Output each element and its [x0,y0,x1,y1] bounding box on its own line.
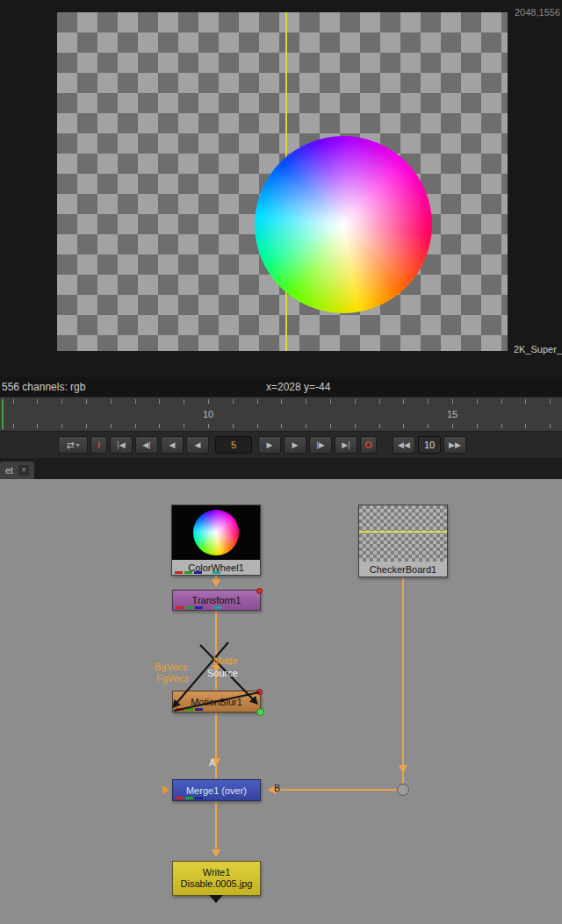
ruler-tick [257,399,258,404]
ruler-tick [428,399,429,404]
node-file-label: Disable.0005.jpg [181,878,253,890]
ruler-tick [86,399,87,404]
ruler-tick [13,399,14,404]
frame-tick-label: 15 [447,409,458,419]
ruler-tick [330,424,331,428]
node-transform1[interactable]: Transform1 [172,590,261,611]
out-point-button[interactable]: O [360,436,377,454]
frame-tick-label: 10 [203,409,213,419]
node-graph[interactable]: ColorWheel1 CheckerBoard1 Transform1 Mot… [0,479,562,924]
current-frame-field[interactable]: 5 [215,436,252,454]
ruler-tick [355,399,356,404]
channel-stripe-blue [195,606,203,609]
next-keyframe-button[interactable]: |▶ [309,436,332,454]
prev-keyframe-button[interactable]: ◀| [135,436,158,454]
channel-stripe-blue [194,571,202,574]
ruler-tick [477,424,478,428]
frame-increment-button[interactable]: ▶▶ [443,436,466,454]
ruler-tick [233,399,234,404]
ruler-tick [61,424,62,428]
ruler-tick [501,424,502,428]
wire-elbow-dot[interactable] [397,784,409,796]
node-motionblur1[interactable]: MotionBlur1 [172,691,261,713]
cursor-coords-label: x=2028 y=-44 [266,381,330,393]
channel-stripe-extra [213,571,220,574]
ruler-tick [501,399,502,404]
channel-stripe-red [176,708,184,711]
node-merge1[interactable]: Merge1 (over) [172,779,261,801]
node-label: Write1 [203,867,231,878]
ruler-tick [525,424,526,428]
ruler-tick [550,424,551,428]
node-colorwheel1[interactable]: ColorWheel1 [171,505,261,576]
play-backward-button[interactable]: ◀ [186,436,209,454]
ruler-tick [379,399,380,404]
ruler-tick [281,424,282,428]
play-forward-button[interactable]: ▶ [258,436,281,454]
ruler-tick [525,399,526,404]
ruler-tick [452,399,453,404]
playback-mode-button[interactable]: ⇄ ▾ [58,436,88,454]
ruler-tick [355,424,356,428]
channel-stripe-red [175,571,183,574]
step-back-button[interactable]: ◀ [161,436,184,454]
node-label: MotionBlur1 [191,697,242,707]
goto-end-button[interactable]: ▶| [335,436,357,454]
error-dot [256,588,263,594]
playhead-marker[interactable] [2,399,4,429]
node-label-bar: ColorWheel1 [172,560,260,575]
ruler-tick [306,424,306,428]
ruler-tick [111,399,112,404]
goto-start-button[interactable]: |◀ [110,436,133,454]
thumbnail-guide-line [359,531,447,533]
ruler-tick [135,399,136,404]
colorwheel-image [255,136,432,313]
channel-stripe-blue [195,708,203,711]
in-point-button[interactable]: I [90,436,107,454]
port-label-matte: Matte [213,655,238,666]
channel-stripe-extra [213,606,221,609]
colorwheel-thumb-image [193,510,239,555]
write-output-arrow [209,895,223,903]
merge-mask-input-arrow[interactable] [162,785,169,794]
checkerboard-thumbnail [359,505,447,562]
transport-bar: ⇄ ▾ I |◀ ◀| ◀ ◀ 5 ▶ ▶ |▶ ▶| O ◀◀ 10 ▶▶ [0,432,562,458]
tab-label: et [5,465,13,476]
ruler-tick [13,424,14,428]
frame-increment-field[interactable]: 10 [418,436,441,454]
frame-decrement-button[interactable]: ◀◀ [393,436,415,454]
ruler-tick [159,399,160,404]
port-label-b: B [274,783,280,793]
viewer-canvas[interactable] [57,12,508,351]
loop-icon: ⇄ [66,440,74,451]
ruler-tick [135,424,136,428]
node-label: Merge1 (over) [186,785,247,796]
node-label: Transform1 [192,595,241,605]
node-checkerboard1[interactable]: CheckerBoard1 [358,505,448,577]
ruler-tick [159,424,160,428]
node-write1[interactable]: Write1 Disable.0005.jpg [172,861,261,896]
ruler-tick [330,399,331,404]
ruler-tick [86,424,87,428]
hidden-input-wires [0,479,562,924]
ruler-tick [184,424,184,428]
ruler-tick [37,424,38,428]
node-graph-tab[interactable]: et × [0,462,34,479]
panel-tab-bar: et × [0,458,562,479]
viewer-resolution-label: 2048,1556 [515,7,560,18]
close-icon[interactable]: × [18,465,29,476]
channels-label: 556 channels: rgb [2,381,85,393]
ruler-tick [61,399,62,404]
ruler-tick [184,399,184,404]
ruler-tick [550,399,551,404]
timeline-ruler[interactable]: 10 15 [0,397,562,432]
connection-wires [0,479,562,924]
viewer-panel: 2048,1556 2K_Super_ [0,0,562,377]
step-forward-button[interactable]: ▶ [284,436,306,454]
ruler-tick [281,399,282,404]
ruler-tick [257,424,258,428]
ruler-tick [37,399,38,404]
ruler-tick [306,399,306,404]
port-label-source: Source [207,668,238,678]
ruler-tick [452,424,453,428]
